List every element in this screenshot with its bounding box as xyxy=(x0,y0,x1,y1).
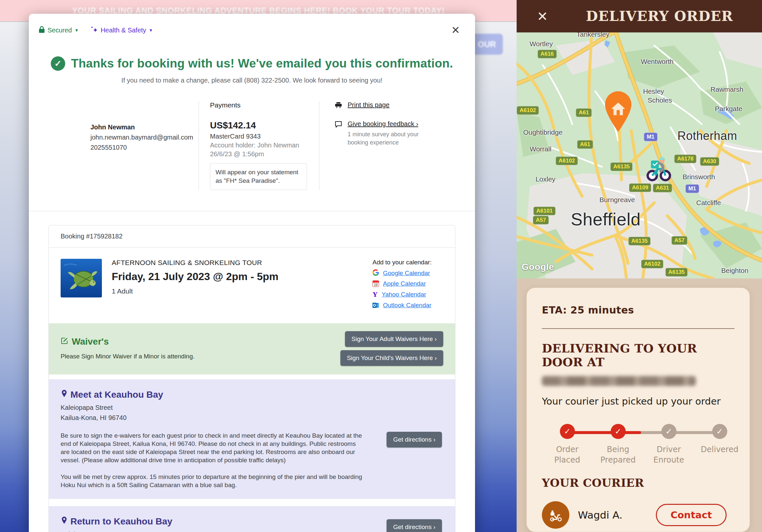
health-safety-label: Health & Safety xyxy=(101,27,146,34)
road-badge: M1 xyxy=(685,185,699,193)
return-get-directions-button[interactable]: Get directions › xyxy=(387,519,442,532)
meet-title: Meet at Keauhou Bay xyxy=(70,390,163,400)
waivers-title: Waiver's xyxy=(72,337,109,347)
close-icon[interactable]: ✕ xyxy=(537,10,548,23)
road-badge: A57 xyxy=(671,236,687,245)
calendar-label: Add to your calendar: xyxy=(372,259,443,266)
road-badge: A6102 xyxy=(517,106,539,115)
feedback-subtext: 1 minute survey about your booking exper… xyxy=(347,130,433,147)
blurred-address xyxy=(542,376,696,386)
feedback-bubble-icon xyxy=(335,120,343,129)
courier-status-text: Your courier just picked up your order xyxy=(542,396,734,407)
meet-location-section: Meet at Keauhou Bay Kaleiopapa Street Ka… xyxy=(49,379,455,499)
outlook-calendar-link[interactable]: Outlook Calendar xyxy=(383,302,431,309)
road-badge: A6135 xyxy=(610,163,633,171)
step-delivered: ✓ Delivered xyxy=(694,424,745,465)
apple-calendar-link[interactable]: Apple Calendar xyxy=(383,280,426,287)
road-badge: A61 xyxy=(577,140,593,149)
add-to-calendar-block: Add to your calendar: Google Calendar 19… xyxy=(372,259,443,309)
return-location-section: Return to Keauhou Bay Kaleiopapa Street … xyxy=(49,506,455,532)
map-place-label: Worrall xyxy=(530,145,551,153)
road-badge: A6109 xyxy=(629,184,651,192)
map-place-label: Scholes xyxy=(648,96,672,104)
delivery-order-header: ✕ DELIVERY ORDER xyxy=(517,0,762,33)
modal-header: Secured ▼ ✦✦ Health & Safety ▼ ✕ xyxy=(29,14,475,37)
road-badge: A6102 xyxy=(556,157,578,165)
courier-row: Wagdi A. Contact xyxy=(542,501,734,529)
road-badge: A6135 xyxy=(665,268,688,277)
booking-card: Booking #175928182 xyxy=(48,225,455,532)
delivery-map[interactable]: Google TankersleyWortleyWentworthRawmars… xyxy=(517,33,762,278)
road-badge: A6101 xyxy=(533,207,556,215)
check-circle-icon: ✓ xyxy=(51,56,65,71)
section-divider xyxy=(29,211,475,211)
payments-block: Payments US$142.14 MasterCard 9343 Accou… xyxy=(198,101,319,190)
secured-label: Secured xyxy=(47,27,72,34)
location-pin-icon xyxy=(61,389,68,400)
background-tour-button[interactable]: OUR xyxy=(471,34,503,55)
map-place-label: Loxley xyxy=(536,175,556,183)
step-order-placed: ✓ Order Placed xyxy=(542,424,593,465)
meet-address-line2: Kailua-Kona, HI 96740 xyxy=(61,413,443,423)
map-place-label: Rawmarsh xyxy=(711,86,743,93)
payments-title: Payments xyxy=(210,101,319,109)
google-calendar-link[interactable]: Google Calendar xyxy=(383,269,430,277)
check-icon: ✓ xyxy=(661,424,676,439)
booking-feedback-link[interactable]: Give booking feedback › xyxy=(347,120,419,127)
booking-confirmation-modal: Secured ▼ ✦✦ Health & Safety ▼ ✕ ✓ Thank… xyxy=(29,14,475,532)
actions-block: Print this page Give booking feedback › … xyxy=(319,101,450,190)
road-badge: A61 xyxy=(575,109,592,117)
check-icon: ✓ xyxy=(560,424,575,439)
chevron-down-icon: ▼ xyxy=(149,28,153,33)
return-title: Return to Keauhou Bay xyxy=(70,516,172,527)
meet-get-directions-button[interactable]: Get directions › xyxy=(387,432,442,447)
confirmation-subtext: If you need to make a change, please cal… xyxy=(29,77,475,84)
secured-dropdown[interactable]: Secured ▼ xyxy=(38,26,79,35)
road-badge: A57 xyxy=(533,216,549,225)
booking-number: Booking #175928182 xyxy=(49,225,455,248)
yahoo-icon: Y xyxy=(372,290,378,299)
print-page-link[interactable]: Print this page xyxy=(347,101,390,109)
map-place-label: Wentworth xyxy=(641,58,673,65)
road-badge: A6178 xyxy=(674,155,697,164)
sign-child-waivers-button[interactable]: Sign Your Child's Waivers Here › xyxy=(341,350,443,366)
apple-calendar-icon: 19 xyxy=(372,280,379,287)
meet-address-line1: Kaleiopapa Street xyxy=(61,403,443,413)
eta-text: ETA: 25 minutes xyxy=(542,304,734,316)
card-divider xyxy=(542,328,734,329)
tour-title: AFTERNOON SAILING & SNORKELING TOUR xyxy=(112,259,372,266)
confirmation-heading: Thanks for booking with us! We've emaile… xyxy=(71,57,453,70)
payment-date: 26/6/23 @ 1:56pm xyxy=(210,150,319,158)
check-icon: ✓ xyxy=(712,424,727,439)
road-badge: A631 xyxy=(653,184,672,192)
meet-instructions-2: You will be met by crew approx. 15 minut… xyxy=(61,473,365,489)
chevron-down-icon: ▼ xyxy=(75,28,79,33)
your-courier-heading: YOUR COURIER xyxy=(542,476,734,490)
delivery-status-card: ETA: 25 minutes DELIVERING TO YOUR DOOR … xyxy=(526,288,750,532)
contact-courier-button[interactable]: Contact xyxy=(656,504,726,526)
road-badge: M1 xyxy=(644,133,657,141)
meet-instructions-1: Be sure to sign the e-waivers for each g… xyxy=(61,431,365,464)
map-place-label: Catcliffe xyxy=(696,199,721,207)
courier-name: Wagdi A. xyxy=(578,509,622,521)
contact-email: john.newman.baymard@gmail.com xyxy=(90,132,198,142)
step-driver-enroute: ✓ Driver Enroute xyxy=(644,424,694,465)
location-pin-icon xyxy=(61,516,68,527)
google-calendar-icon xyxy=(372,269,379,277)
payment-account-holder: Account holder: John Newman xyxy=(210,141,319,149)
map-place-label: Tankersley xyxy=(576,33,609,38)
step-being-prepared: ✓ Being Prepared xyxy=(593,424,644,465)
waivers-section: Waiver's Please Sign Minor Waiver if a M… xyxy=(49,323,455,374)
tour-party-size: 1 Adult xyxy=(112,287,372,295)
health-safety-dropdown[interactable]: ✦✦ Health & Safety ▼ xyxy=(92,26,153,34)
courier-location-icon xyxy=(645,156,672,184)
map-place-label: Beighton xyxy=(722,266,749,274)
map-place-label: Sheffield xyxy=(571,209,641,229)
yahoo-calendar-link[interactable]: Yahoo Calendar xyxy=(382,291,426,298)
delivery-order-title: DELIVERY ORDER xyxy=(586,8,733,24)
sign-adult-waivers-button[interactable]: Sign Your Adult Waivers Here › xyxy=(345,331,443,347)
contact-phone: 2025551070 xyxy=(90,142,198,153)
contact-name: John Newman xyxy=(90,122,198,132)
close-icon[interactable]: ✕ xyxy=(448,24,463,37)
map-place-label: Rotherham xyxy=(677,129,737,143)
